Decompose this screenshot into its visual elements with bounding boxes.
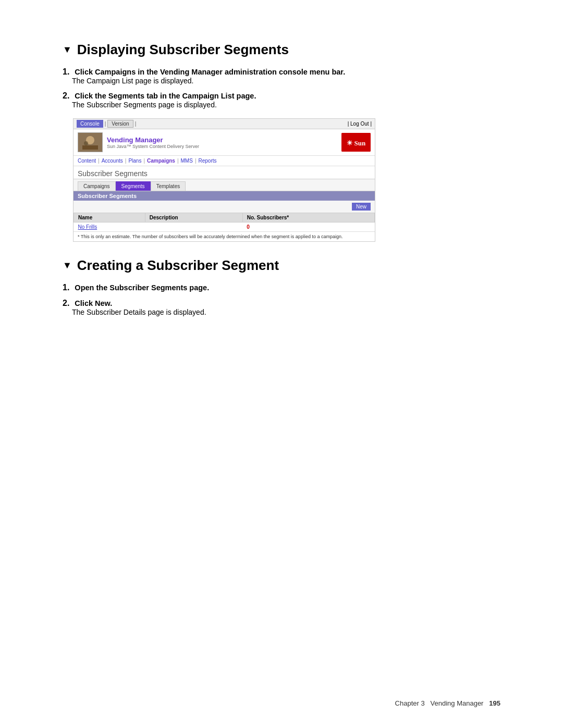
step-2-1: Open the Subscriber Segments page.	[63, 283, 500, 292]
section2-header: ▼ Creating a Subscriber Segment	[63, 257, 500, 274]
app-title-block: Vending Manager Sun Java™ System Content…	[107, 136, 199, 149]
step-1-1-desc: The Campaign List page is displayed.	[72, 77, 500, 85]
app-title-sub: Sun Java™ System Content Delivery Server	[107, 144, 199, 149]
step-1-1-bold: Click Campaigns in the Vending Manager a…	[75, 68, 345, 76]
col-name: Name	[74, 213, 145, 223]
table-row: No Frills 0	[74, 223, 375, 232]
app-page-title: Subscriber Segments	[74, 166, 375, 179]
nav-sep5: |	[195, 158, 197, 164]
triangle-icon-2: ▼	[63, 260, 72, 271]
nav-content[interactable]: Content	[78, 158, 96, 164]
tab-segments[interactable]: Segments	[116, 181, 151, 191]
new-button[interactable]: New	[352, 203, 371, 211]
app-logo	[78, 132, 103, 152]
nav-campaigns[interactable]: Campaigns	[147, 158, 175, 164]
step-2-2: Click New. The Subscriber Details page i…	[63, 299, 500, 316]
nav-sep1: |	[98, 158, 100, 164]
triangle-icon-1: ▼	[63, 44, 72, 55]
nav-plans[interactable]: Plans	[128, 158, 141, 164]
screenshot-box: Console | Version | | Log Out |	[73, 118, 375, 242]
page-footer: Chapter 3 Vending Manager 195	[395, 699, 500, 707]
section1-steps: Click Campaigns in the Vending Manager a…	[63, 67, 500, 109]
section2-steps: Open the Subscriber Segments page. Click…	[63, 283, 500, 316]
subscriber-segments-bar: Subscriber Segments	[74, 191, 375, 201]
app-nav: Content | Accounts | Plans | Campaigns |…	[74, 156, 375, 166]
nav-accounts[interactable]: Accounts	[102, 158, 123, 164]
tab-campaigns[interactable]: Campaigns	[78, 181, 116, 191]
step-2-2-desc: The Subscriber Details page is displayed…	[72, 308, 500, 316]
topbar-sep2: |	[133, 121, 138, 127]
footer-page-number: 195	[489, 699, 500, 707]
topbar-sep1: |	[103, 121, 108, 127]
app-topbar: Console | Version | | Log Out |	[74, 119, 375, 129]
step-1-2: Click the Segments tab in the Campaign L…	[63, 91, 500, 109]
logout-link[interactable]: | Log Out |	[348, 121, 372, 127]
nav-sep4: |	[177, 158, 179, 164]
table-toolbar: New	[74, 201, 375, 213]
svg-text:☀ Sun: ☀ Sun	[347, 139, 366, 147]
topbar-left: Console | Version |	[77, 120, 138, 128]
footer-chapter: Chapter 3	[395, 699, 425, 707]
row-subscribers: 0	[242, 223, 374, 232]
section1-header: ▼ Displaying Subscriber Segments	[63, 42, 500, 58]
svg-point-3	[84, 141, 88, 145]
subscribers-table: Name Description No. Subscribers* No Fri…	[74, 213, 375, 231]
section2-title: Creating a Subscriber Segment	[77, 257, 279, 274]
app-title-main: Vending Manager	[107, 136, 199, 144]
col-subscribers: No. Subscribers*	[242, 213, 374, 223]
section1-title: Displaying Subscriber Segments	[77, 42, 289, 58]
step-2-1-bold: Open the Subscriber Segments page.	[75, 283, 209, 292]
section2: ▼ Creating a Subscriber Segment Open the…	[63, 257, 500, 316]
step-2-2-bold: Click New.	[75, 299, 112, 307]
step-1-1: Click Campaigns in the Vending Manager a…	[63, 67, 500, 85]
app-header-left: Vending Manager Sun Java™ System Content…	[78, 132, 199, 152]
version-button[interactable]: Version	[107, 120, 133, 128]
tab-templates[interactable]: Templates	[151, 181, 186, 191]
col-description: Description	[145, 213, 242, 223]
sun-logo: ☀ Sun	[341, 133, 371, 152]
footer-section: Vending Manager	[431, 699, 484, 707]
nav-sep2: |	[125, 158, 127, 164]
step-1-2-bold: Click the Segments tab in the Campaign L…	[75, 92, 256, 100]
row-description	[145, 223, 242, 232]
nav-sep3: |	[143, 158, 145, 164]
console-button[interactable]: Console	[77, 120, 103, 128]
app-tabs: Campaigns Segments Templates	[74, 179, 375, 191]
app-header: Vending Manager Sun Java™ System Content…	[74, 129, 375, 156]
nav-mms[interactable]: MMS	[181, 158, 193, 164]
step-1-2-desc: The Subscriber Segments page is displaye…	[72, 101, 500, 109]
row-name[interactable]: No Frills	[74, 223, 145, 232]
nav-reports[interactable]: Reports	[198, 158, 216, 164]
table-footnote: * This is only an estimate. The number o…	[74, 231, 375, 241]
table-header-row: Name Description No. Subscribers*	[74, 213, 375, 223]
svg-rect-2	[82, 145, 98, 150]
